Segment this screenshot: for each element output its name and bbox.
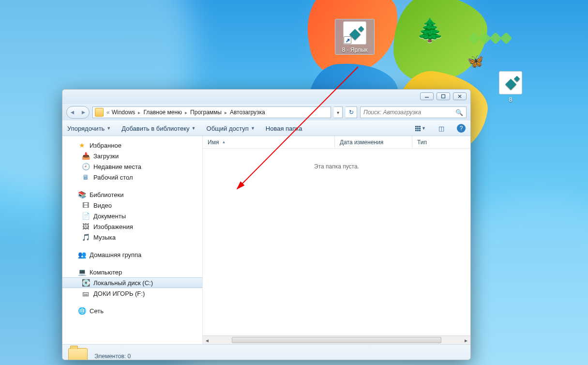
horizontal-scrollbar[interactable]: ◄ ► <box>203 335 470 344</box>
downloads-icon: 📥 <box>82 152 90 160</box>
video-icon: 🎞 <box>82 201 90 209</box>
search-input[interactable] <box>363 109 455 116</box>
nav-documents[interactable]: 📄Документы <box>62 211 202 221</box>
empty-folder-message: Эта папка пуста. <box>203 149 470 335</box>
homegroup-icon: 👥 <box>78 251 86 259</box>
nav-downloads[interactable]: 📥Загрузки <box>62 151 202 161</box>
nav-pane: ★Избранное 📥Загрузки 🕘Недавние места 🖥Ра… <box>62 136 203 344</box>
column-headers: Имя▲ Дата изменения Тип <box>203 136 470 149</box>
minimize-button[interactable] <box>420 92 434 100</box>
shortcut-arrow-icon: ↗ <box>344 36 351 44</box>
address-bar: ◄ ► « Windows▸ Главное меню▸ Программы▸ … <box>62 104 470 121</box>
nav-homegroup[interactable]: 👥Домашняя группа <box>62 249 202 260</box>
desktop-icon-label: 8 - Ярлык <box>335 46 374 53</box>
toolbar: Упорядочить▼ Добавить в библиотеку▼ Общи… <box>62 121 470 136</box>
nav-local-disk-c[interactable]: 💽Локальный диск (C:) <box>62 277 202 288</box>
drive-icon: 🖴 <box>82 289 90 297</box>
leaves-icon <box>470 34 511 43</box>
nav-back-forward[interactable]: ◄ ► <box>66 106 90 119</box>
search-icon: 🔍 <box>455 109 463 116</box>
close-button[interactable] <box>453 92 467 100</box>
breadcrumb-item[interactable]: Автозагрузка <box>229 109 266 116</box>
organize-button[interactable]: Упорядочить▼ <box>67 125 111 132</box>
add-to-library-button[interactable]: Добавить в библиотеку▼ <box>121 125 196 132</box>
breadcrumb-prefix: « <box>106 109 111 116</box>
star-icon: ★ <box>78 141 86 149</box>
share-button[interactable]: Общий доступ▼ <box>207 125 255 132</box>
forward-button[interactable]: ► <box>78 106 89 118</box>
sort-indicator-icon: ▲ <box>222 140 226 144</box>
pictures-icon: 🖼 <box>82 223 90 230</box>
search-box[interactable]: 🔍 <box>360 106 467 118</box>
nav-recent[interactable]: 🕘Недавние места <box>62 161 202 172</box>
nav-libraries[interactable]: 📚Библиотеки <box>62 189 202 200</box>
explorer-window: ◄ ► « Windows▸ Главное меню▸ Программы▸ … <box>62 89 471 360</box>
status-bar: Элементов: 0 <box>62 344 470 360</box>
nav-disk-f[interactable]: 🖴ДОКИ ИГОРЬ (F:) <box>62 288 202 299</box>
breadcrumb[interactable]: « Windows▸ Главное меню▸ Программы▸ Авто… <box>92 106 331 118</box>
preview-pane-button[interactable]: ◫ <box>437 123 446 133</box>
help-button[interactable]: ? <box>457 124 466 133</box>
breadcrumb-dropdown[interactable]: ▾ <box>334 106 343 118</box>
music-icon: 🎵 <box>82 233 90 241</box>
disk-icon: 💽 <box>82 279 90 287</box>
folder-icon <box>68 348 88 361</box>
scrollbar-thumb[interactable] <box>232 337 441 343</box>
breadcrumb-item[interactable]: Windows <box>111 109 136 116</box>
nav-music[interactable]: 🎵Музыка <box>62 232 202 243</box>
scroll-right-button[interactable]: ► <box>462 336 470 345</box>
titlebar[interactable] <box>62 90 470 104</box>
scroll-left-button[interactable]: ◄ <box>203 336 211 345</box>
regedit-icon: ◆ ◆ <box>499 71 522 94</box>
recent-icon: 🕘 <box>82 163 90 170</box>
column-date[interactable]: Дата изменения <box>335 136 412 148</box>
nav-pictures[interactable]: 🖼Изображения <box>62 221 202 232</box>
new-folder-button[interactable]: Новая папка <box>266 125 302 132</box>
nav-computer[interactable]: 💻Компьютер <box>62 267 202 277</box>
computer-icon: 💻 <box>78 268 86 276</box>
content-pane[interactable]: Имя▲ Дата изменения Тип Эта папка пуста.… <box>203 136 470 344</box>
svg-rect-2 <box>442 95 445 98</box>
breadcrumb-item[interactable]: Главное меню <box>142 109 183 116</box>
document-icon: 📄 <box>82 212 90 220</box>
desktop-file-8[interactable]: ◆ ◆ 8 <box>491 70 530 103</box>
nav-network[interactable]: 🌐Сеть <box>62 305 202 316</box>
libraries-icon: 📚 <box>78 191 86 198</box>
status-elements: Элементов: 0 <box>94 353 131 360</box>
nav-desktop[interactable]: 🖥Рабочий стол <box>62 172 202 182</box>
butterfly-icon: 🦋 <box>467 53 484 69</box>
column-name[interactable]: Имя▲ <box>203 136 335 148</box>
maximize-button[interactable] <box>437 92 450 100</box>
column-type[interactable]: Тип <box>412 136 470 148</box>
view-options-button[interactable]: ▼ <box>415 126 426 131</box>
folder-icon <box>95 108 104 117</box>
back-button[interactable]: ◄ <box>67 106 78 118</box>
breadcrumb-item[interactable]: Программы <box>189 109 223 116</box>
desktop-shortcut-8[interactable]: ◆ ◆ ↗ 8 - Ярлык <box>335 19 374 54</box>
desktop-icon: 🖥 <box>82 173 90 181</box>
nav-favorites[interactable]: ★Избранное <box>62 140 202 151</box>
tree-icon: 🌲 <box>416 17 444 43</box>
refresh-button[interactable]: ↻ <box>346 106 357 118</box>
nav-video[interactable]: 🎞Видео <box>62 200 202 211</box>
regedit-icon: ◆ ◆ ↗ <box>343 21 366 45</box>
network-icon: 🌐 <box>78 307 86 315</box>
desktop-icon-label: 8 <box>491 96 530 103</box>
